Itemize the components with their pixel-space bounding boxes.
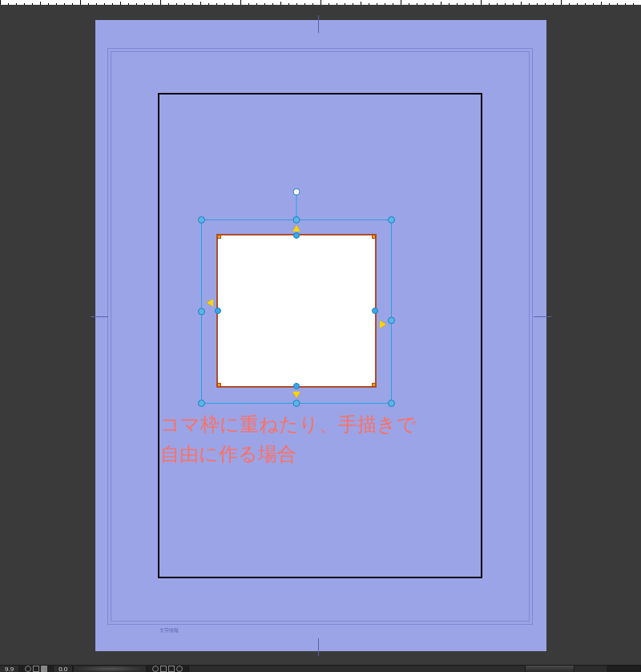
scroll-grip[interactable] — [525, 666, 574, 672]
status-gradient-area — [73, 666, 147, 672]
koma-corner-handle[interactable] — [372, 383, 376, 387]
page[interactable]: 文字情報 — [95, 20, 546, 651]
crop-tick-left — [91, 316, 108, 317]
koma-corner-handle[interactable] — [372, 235, 376, 239]
koma-mid-handle[interactable] — [372, 308, 378, 314]
status-left-text: 9.9 — [5, 666, 14, 673]
crop-tick-bottom — [318, 638, 319, 656]
status-right-cap — [607, 666, 641, 672]
koma-balloon[interactable] — [216, 234, 377, 388]
crop-tick-top — [318, 15, 319, 33]
next-icon[interactable] — [168, 666, 175, 672]
panel-footer-label: 文字情報 — [159, 627, 179, 634]
status-value-left[interactable]: 9.9 — [0, 666, 19, 672]
status-zoom-text: 0.0 — [58, 666, 67, 673]
canvas-workspace[interactable]: 文字情報 — [0, 5, 641, 665]
annotation-text: コマ枠に重ねたり、手描きで 自由に作る場合 — [160, 409, 505, 469]
status-bar: 9.9 0.0 — [0, 665, 641, 672]
koma-mid-handle[interactable] — [293, 232, 300, 239]
layers-icon[interactable] — [33, 666, 39, 672]
koma-mid-handle[interactable] — [293, 383, 300, 389]
status-nav-icons — [147, 666, 189, 672]
prev-icon[interactable] — [160, 666, 167, 672]
loop-icon[interactable] — [176, 666, 183, 672]
status-zoom-value[interactable]: 0.0 — [54, 666, 73, 672]
color-icon[interactable] — [41, 666, 47, 672]
koma-corner-handle[interactable] — [217, 383, 221, 387]
refresh-icon[interactable] — [152, 666, 159, 672]
koma-mid-handle[interactable] — [215, 308, 221, 314]
koma-corner-handle[interactable] — [217, 235, 221, 239]
sun-icon[interactable] — [25, 666, 31, 672]
crop-tick-right — [534, 316, 551, 317]
status-icon-group — [19, 666, 54, 672]
